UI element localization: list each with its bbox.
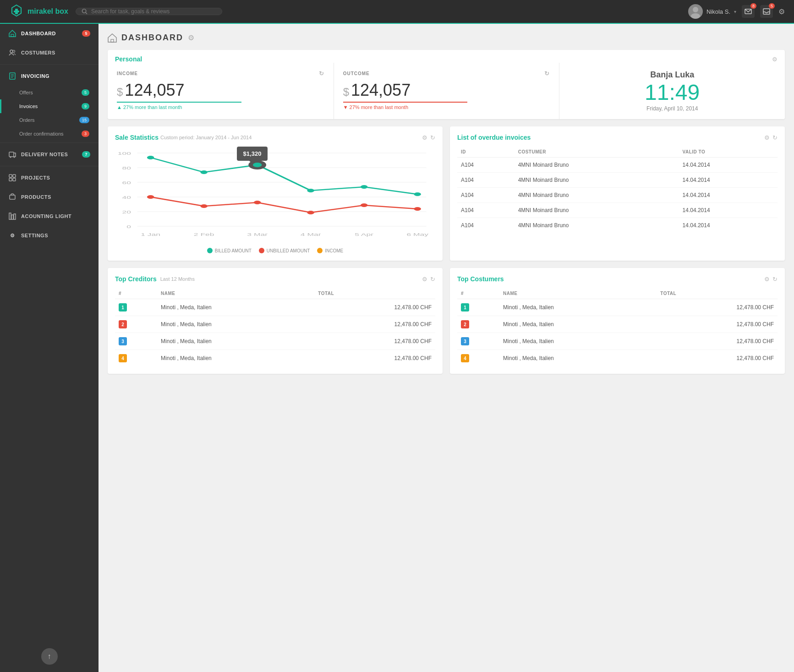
creditors-refresh-icon[interactable]: ↻: [430, 276, 435, 283]
user-info[interactable]: Nikola S. ▾: [688, 4, 736, 19]
svg-rect-28: [11, 215, 13, 219]
sidebar-label-accounting: ACOUNTING LIGHT: [21, 213, 71, 219]
svg-rect-31: [111, 39, 114, 42]
search-bar[interactable]: [76, 8, 222, 15]
mail-badge: 5: [769, 3, 775, 9]
top-costumers-title: Top Costumers: [457, 275, 504, 283]
sidebar-item-invoicing[interactable]: INVOICING: [0, 66, 99, 86]
chart-legend: BILLED AMOUNT UNBILLED AMOUNT INCOME: [115, 248, 435, 253]
page-gear-icon[interactable]: ⚙: [188, 33, 194, 42]
page-header: DASHBOARD ⚙: [108, 33, 785, 43]
costumers-refresh-icon[interactable]: ↻: [772, 276, 778, 283]
sidebar-sub-invoices[interactable]: Invoices 9: [0, 99, 99, 113]
costumer-rank: 2: [457, 316, 499, 333]
sidebar-item-accounting[interactable]: ACOUNTING LIGHT: [0, 207, 99, 226]
costumer-total: 12,478.00 CHF: [657, 333, 778, 350]
sidebar-item-delivery-notes[interactable]: Delivery notes 7: [0, 145, 99, 164]
svg-point-56: [414, 207, 421, 211]
sidebar-label-delivery-notes: Delivery notes: [21, 152, 68, 157]
personal-card: Personal ⚙ INCOME ↻ $ 124,057 ▲ 27% more…: [108, 50, 785, 119]
income-underline: [117, 102, 241, 103]
overdue-costumer: 4MNI Moinard Bruno: [515, 158, 679, 173]
svg-point-21: [14, 157, 15, 158]
income-currency: $: [117, 86, 123, 98]
clock-cell: Banja Luka 11:49 Friday, April 10, 2014: [559, 63, 785, 119]
overdue-id: A104: [457, 203, 515, 218]
outcome-currency: $: [343, 86, 349, 98]
sidebar-item-costumers[interactable]: COSTUMERS: [0, 43, 99, 62]
svg-text:100: 100: [118, 151, 131, 156]
svg-text:4 Mar: 4 Mar: [301, 232, 321, 237]
notification-badge: 8: [750, 3, 756, 9]
svg-point-49: [361, 185, 368, 189]
user-name: Nikola S.: [706, 8, 730, 15]
sidebar-sub-orders[interactable]: Orders 15: [0, 113, 99, 127]
svg-marker-11: [9, 30, 16, 37]
svg-text:0: 0: [126, 224, 131, 229]
creditor-total: 12,478.00 CHF: [314, 333, 435, 350]
logo[interactable]: mirakel box: [9, 4, 68, 19]
costumer-total: 12,478.00 CHF: [657, 299, 778, 316]
list-item: 2 Minoti , Meda, Italien 12,478.00 CHF: [115, 316, 435, 333]
sidebar-sub-badge-invoices: 9: [82, 103, 89, 109]
chart-refresh-icon[interactable]: ↻: [430, 134, 435, 141]
overdue-costumer: 4MNI Moinard Bruno: [515, 173, 679, 188]
overdue-valid-to: 14.04.2014: [679, 173, 778, 188]
chart-gear-icon[interactable]: ⚙: [422, 134, 427, 141]
creditor-total: 12,478.00 CHF: [314, 350, 435, 367]
overdue-costumer: 4MNI Moinard Bruno: [515, 218, 679, 233]
overdue-gear-icon[interactable]: ⚙: [764, 134, 770, 141]
sidebar: DASHBOARD 5 COSTUMERS INVOICING Offers 5…: [0, 24, 99, 672]
legend-unbilled-dot: [259, 248, 264, 253]
sidebar-sub-offers[interactable]: Offers 5: [0, 86, 99, 99]
list-item: 3 Minoti , Meda, Italien 12,478.00 CHF: [457, 333, 778, 350]
outcome-refresh-icon[interactable]: ↻: [544, 70, 550, 77]
creditor-name: Minoti , Meda, Italien: [157, 299, 314, 316]
svg-text:20: 20: [122, 210, 131, 214]
svg-text:2 Feb: 2 Feb: [194, 232, 214, 237]
creditors-table-body: 1 Minoti , Meda, Italien 12,478.00 CHF2 …: [115, 299, 435, 367]
overdue-col-id: ID: [457, 147, 515, 158]
sidebar-item-settings[interactable]: ⚙ SETTINGS: [0, 226, 99, 245]
search-input[interactable]: [91, 8, 216, 15]
personal-gear-icon[interactable]: ⚙: [772, 56, 778, 63]
creditor-rank: 1: [115, 299, 157, 316]
creditors-gear-icon[interactable]: ⚙: [422, 276, 427, 283]
svg-text:3 Mar: 3 Mar: [247, 232, 268, 237]
notifications-button[interactable]: 8: [742, 5, 755, 18]
income-value: 124,057: [125, 81, 184, 100]
costumers-gear-icon[interactable]: ⚙: [764, 276, 770, 283]
creditors-col-rank: #: [115, 288, 157, 299]
sidebar-item-dashboard[interactable]: DASHBOARD 5: [0, 24, 99, 43]
sale-stats-title: Sale Statistics: [115, 134, 159, 141]
creditor-name: Minoti , Meda, Italien: [157, 316, 314, 333]
costumer-name: Minoti , Meda, Italien: [499, 316, 657, 333]
costumer-total: 12,478.00 CHF: [657, 350, 778, 367]
chevron-down-icon: ▾: [734, 9, 736, 14]
overdue-valid-to: 14.04.2014: [679, 218, 778, 233]
sidebar-sub-order-confirmations[interactable]: Order confirmations 3: [0, 127, 99, 141]
svg-point-50: [414, 192, 421, 196]
svg-point-6: [691, 13, 700, 19]
city-date: Friday, April 10, 2014: [569, 105, 776, 112]
sidebar-item-products[interactable]: PRODUCTS: [0, 187, 99, 207]
mail-button[interactable]: 5: [760, 5, 773, 18]
settings-icon-button[interactable]: ⚙: [778, 7, 785, 16]
overdue-refresh-icon[interactable]: ↻: [772, 134, 778, 141]
svg-text:5 Apr: 5 Apr: [355, 232, 373, 237]
svg-text:60: 60: [122, 180, 131, 185]
chart-controls: ⚙ ↻: [422, 134, 435, 141]
sidebar-item-projects[interactable]: PROJECTS: [0, 168, 99, 187]
overdue-id: A104: [457, 188, 515, 203]
scroll-top-button[interactable]: ↑: [41, 648, 58, 665]
list-item: 3 Minoti , Meda, Italien 12,478.00 CHF: [115, 333, 435, 350]
overdue-valid-to: 14.04.2014: [679, 188, 778, 203]
creditors-table-head: # NAME TOTAL: [115, 288, 435, 299]
outcome-change: ▼ 27% more than last month: [343, 104, 550, 110]
overdue-col-valid: VALID TO: [679, 147, 778, 158]
creditors-col-total: TOTAL: [314, 288, 435, 299]
svg-point-55: [361, 203, 368, 207]
svg-rect-2: [14, 11, 19, 12]
legend-unbilled: UNBILLED AMOUNT: [259, 248, 310, 253]
income-refresh-icon[interactable]: ↻: [319, 70, 324, 77]
